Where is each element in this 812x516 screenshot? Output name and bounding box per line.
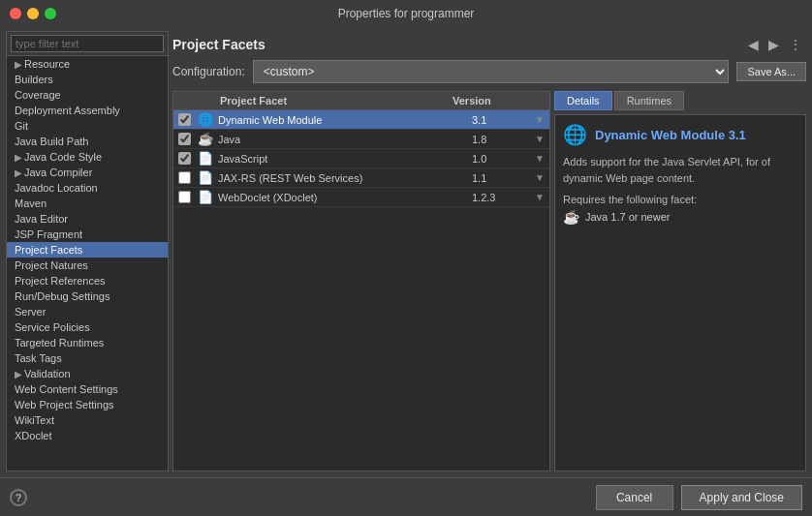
sidebar-item[interactable]: Java Editor (7, 211, 168, 227)
sidebar-item[interactable]: Targeted Runtimes (7, 335, 168, 350)
maximize-button[interactable] (45, 8, 56, 19)
facet-version-dropdown-icon[interactable]: ▼ (530, 134, 549, 144)
facet-row[interactable]: 📄JavaScript1.0▼ (173, 149, 549, 168)
close-button[interactable] (10, 8, 21, 19)
facet-version-dropdown-icon[interactable]: ▼ (530, 153, 549, 164)
sidebar-item[interactable]: Server (7, 304, 168, 319)
sidebar-item-label: Deployment Assembly (15, 105, 120, 116)
facet-version: 1.1 (472, 172, 530, 184)
nav-menu-button[interactable]: ⋮ (785, 35, 806, 54)
sidebar-item[interactable]: ▶Resource (7, 56, 168, 72)
details-requirement: ☕ Java 1.7 or newer (563, 209, 797, 225)
minimize-button[interactable] (27, 8, 39, 19)
panel-title: Project Facets (172, 37, 265, 52)
sidebar-item[interactable]: Task Tags (7, 350, 168, 366)
facet-type-icon: 📄 (195, 151, 216, 166)
facet-row[interactable]: 📄WebDoclet (XDoclet)1.2.3▼ (173, 188, 549, 207)
facet-version-dropdown-icon[interactable]: ▼ (530, 192, 549, 202)
sidebar-item[interactable]: Service Policies (7, 319, 168, 335)
config-row: Configuration: <custom> Save As... (172, 60, 806, 83)
sidebar-item-label: Server (15, 306, 46, 318)
config-label: Configuration: (172, 65, 245, 78)
details-module-title: Dynamic Web Module 3.1 (595, 128, 746, 142)
facet-row[interactable]: 📄JAX-RS (REST Web Services)1.1▼ (173, 168, 549, 188)
facet-checkbox (173, 133, 195, 145)
sidebar-item[interactable]: XDoclet (7, 428, 168, 443)
sidebar-item[interactable]: ▶Java Compiler (7, 165, 168, 180)
facet-version-dropdown-icon[interactable]: ▼ (530, 114, 549, 125)
sidebar-item[interactable]: Builders (7, 72, 168, 87)
details-tab[interactable]: Details (554, 91, 612, 110)
name-col-header: Project Facet (216, 95, 453, 106)
cancel-button[interactable]: Cancel (596, 485, 673, 510)
sidebar-item[interactable]: Web Content Settings (7, 381, 168, 397)
requirement-icon: ☕ (563, 209, 579, 225)
details-tab[interactable]: Runtimes (614, 91, 684, 110)
sidebar: ▶ResourceBuildersCoverageDeployment Asse… (6, 31, 169, 471)
sidebar-item-label: Run/Debug Settings (15, 290, 109, 302)
panel-nav-icons: ◀ ▶ ⋮ (744, 35, 806, 54)
sidebar-item[interactable]: WikiText (7, 412, 168, 428)
facet-type-icon: 📄 (195, 190, 216, 204)
facet-row[interactable]: ☕Java1.8▼ (173, 130, 549, 149)
facet-version-dropdown-icon[interactable]: ▼ (530, 172, 549, 183)
facet-checkbox (173, 171, 195, 184)
sidebar-item[interactable]: ▶Validation (7, 366, 168, 381)
sidebar-item[interactable]: Project Natures (7, 258, 168, 273)
sidebar-item-label: JSP Fragment (15, 228, 82, 240)
title-bar: Properties for programmer (0, 0, 812, 27)
sidebar-item[interactable]: Deployment Assembly (7, 103, 168, 118)
details-tabs: DetailsRuntimes (554, 91, 806, 110)
nav-back-button[interactable]: ◀ (744, 35, 763, 54)
sidebar-item[interactable]: Git (7, 118, 168, 134)
facet-checkbox (173, 113, 195, 126)
facet-checkbox (173, 191, 195, 203)
sidebar-item[interactable]: Project Facets (7, 242, 168, 258)
details-module-header: 🌐 Dynamic Web Module 3.1 (563, 123, 797, 146)
sidebar-item-label: Java Editor (15, 213, 68, 225)
sidebar-item-label: Web Content Settings (15, 383, 118, 395)
sidebar-item[interactable]: Java Build Path (7, 134, 168, 149)
sidebar-item[interactable]: ▶Java Code Style (7, 149, 168, 165)
facet-type-icon: 🌐 (195, 112, 216, 127)
sidebar-item[interactable]: Web Project Settings (7, 397, 168, 412)
window-controls[interactable] (10, 8, 56, 19)
bottom-bar: ? Cancel Apply and Close (0, 477, 812, 516)
sidebar-item-label: Task Tags (15, 352, 62, 364)
facet-row[interactable]: 🌐Dynamic Web Module3.1▼ (173, 110, 549, 130)
save-as-button[interactable]: Save As... (736, 62, 806, 81)
sidebar-item-label: Project Facets (15, 244, 82, 256)
sidebar-item-label: Web Project Settings (15, 399, 114, 410)
facet-version: 3.1 (472, 114, 530, 126)
sidebar-item[interactable]: Javadoc Location (7, 180, 168, 196)
sidebar-item[interactable]: Project References (7, 273, 168, 288)
requirement-text: Java 1.7 or newer (585, 211, 670, 223)
sidebar-item-label: Targeted Runtimes (15, 337, 104, 349)
sidebar-item-label: Validation (24, 368, 71, 379)
facet-name: WebDoclet (XDoclet) (216, 192, 472, 203)
main-content: ▶ResourceBuildersCoverageDeployment Asse… (0, 27, 812, 477)
sidebar-item-label: XDoclet (15, 430, 52, 441)
sidebar-item[interactable]: Coverage (7, 87, 168, 103)
nav-forward-button[interactable]: ▶ (765, 35, 783, 54)
config-select[interactable]: <custom> (253, 60, 730, 83)
sidebar-item-label: Builders (15, 74, 53, 85)
expand-arrow-icon: ▶ (15, 167, 22, 178)
sidebar-item[interactable]: JSP Fragment (7, 227, 168, 242)
icon-col-header (195, 95, 216, 106)
sidebar-item[interactable]: Maven (7, 196, 168, 211)
facet-version: 1.8 (472, 134, 530, 145)
help-button[interactable]: ? (10, 489, 27, 506)
panel-header: Project Facets ◀ ▶ ⋮ (172, 31, 806, 56)
facet-name: JavaScript (216, 153, 472, 165)
sidebar-item[interactable]: Run/Debug Settings (7, 288, 168, 304)
apply-close-button[interactable]: Apply and Close (681, 485, 802, 510)
sidebar-item-label: Project References (15, 275, 106, 287)
sidebar-item-label: Java Code Style (24, 151, 102, 163)
filter-input[interactable] (11, 35, 164, 52)
details-requires-label: Requires the following facet: (563, 194, 797, 205)
sidebar-item-label: Project Natures (15, 259, 88, 271)
facets-area: Project Facet Version 🌐Dynamic Web Modul… (172, 91, 806, 471)
sidebar-item-label: Maven (15, 197, 47, 209)
version-col-header: Version (453, 95, 530, 106)
